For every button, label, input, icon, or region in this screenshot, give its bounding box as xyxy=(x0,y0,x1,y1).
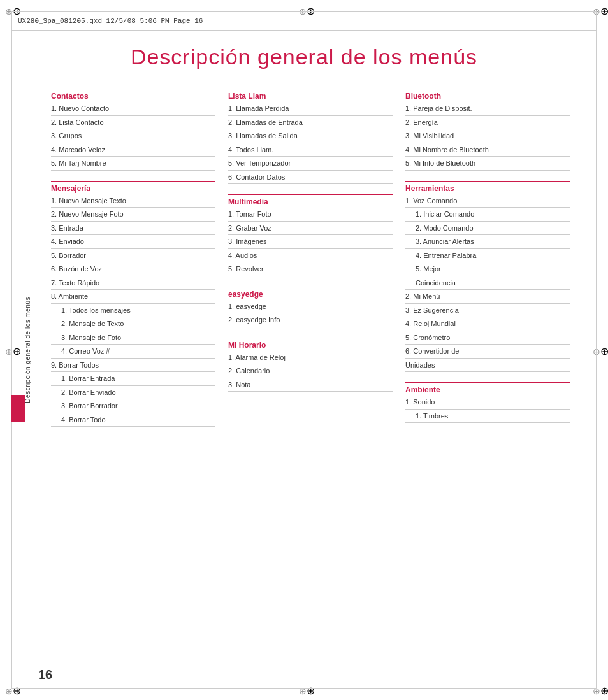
header-bar: UX280_Spa_081205.qxd 12/5/08 5:06 PM Pag… xyxy=(11,11,597,31)
red-bar-accent xyxy=(11,395,25,422)
page-border xyxy=(11,11,597,689)
side-label-text: Descripción general de los menús xyxy=(24,297,31,403)
header-text: UX280_Spa_081205.qxd 12/5/08 5:06 PM Pag… xyxy=(18,17,203,25)
page-number: 16 xyxy=(38,668,52,682)
side-label-wrap: Descripción general de los menús xyxy=(11,191,43,509)
